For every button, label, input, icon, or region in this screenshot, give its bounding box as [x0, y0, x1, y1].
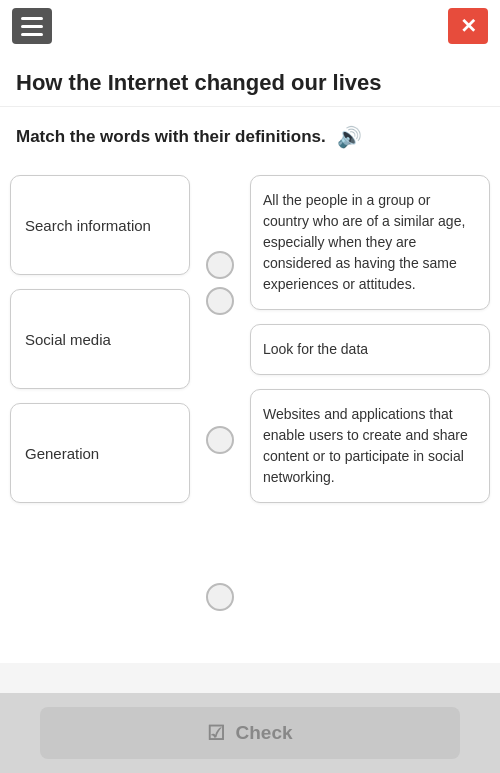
definition-text: Websites and applications that enable us… — [263, 406, 468, 485]
close-button[interactable]: ✕ — [448, 8, 488, 44]
definition-text: All the people in a group or country who… — [263, 192, 465, 292]
term-label: Social media — [25, 331, 111, 348]
check-button-label: Check — [235, 722, 292, 744]
hamburger-button[interactable] — [12, 8, 52, 44]
term-card-social-media[interactable]: Social media — [10, 289, 190, 389]
top-bar: ✕ — [0, 0, 500, 52]
definition-text: Look for the data — [263, 341, 368, 357]
radio-t1-d2[interactable] — [206, 287, 234, 315]
audio-icon[interactable]: 🔊 — [336, 123, 364, 151]
middle-column — [190, 175, 250, 651]
check-button[interactable]: ☑ Check — [40, 707, 460, 759]
radio-t1-d1[interactable] — [206, 251, 234, 279]
definition-card-2[interactable]: Look for the data — [250, 324, 490, 375]
term-label: Generation — [25, 445, 99, 462]
page-title: How the Internet changed our lives — [0, 52, 500, 107]
instruction-text: Match the words with their definitions. — [16, 127, 326, 147]
definition-card-1[interactable]: All the people in a group or country who… — [250, 175, 490, 310]
term-label: Search information — [25, 217, 151, 234]
close-icon: ✕ — [460, 14, 477, 38]
left-column: Search information Social media Generati… — [10, 175, 190, 651]
check-bar: ☑ Check — [0, 693, 500, 773]
instruction-row: Match the words with their definitions. … — [0, 107, 500, 163]
definition-card-3[interactable]: Websites and applications that enable us… — [250, 389, 490, 503]
radio-t3[interactable] — [206, 583, 234, 611]
radio-t2[interactable] — [206, 426, 234, 454]
matching-area: Search information Social media Generati… — [0, 163, 500, 663]
term-card-generation[interactable]: Generation — [10, 403, 190, 503]
check-icon: ☑ — [207, 721, 225, 745]
right-column: All the people in a group or country who… — [250, 175, 490, 651]
term-card-search-information[interactable]: Search information — [10, 175, 190, 275]
